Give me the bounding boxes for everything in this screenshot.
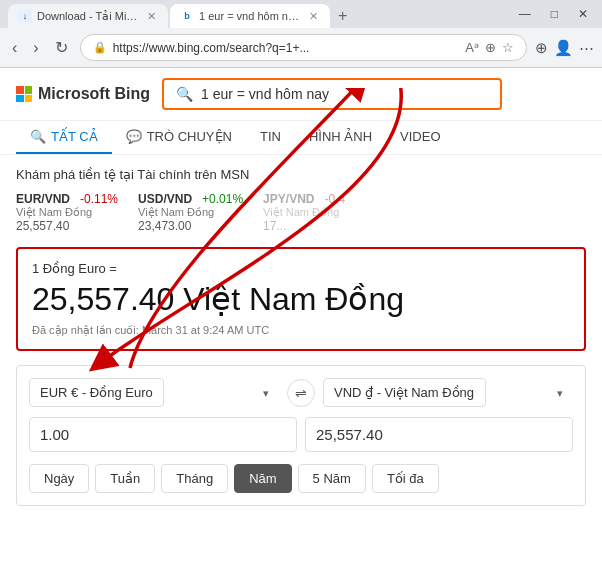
address-bar[interactable]: 🔒 https://www.bing.com/search?q=1+... Aᵃ… [80,34,527,61]
main-content: Khám phá tiền tệ tại Tài chính trên MSN … [0,155,602,518]
from-amount-input[interactable] [29,417,297,452]
tab-chat[interactable]: 💬 TRÒ CHUYỆN [112,121,246,154]
jpy-rate: 17... [263,219,345,233]
tab-all[interactable]: 🔍 TẤT CẢ [16,121,112,154]
tab-news-label: TIN [260,129,281,144]
bing-logo: Microsoft Bing [16,85,150,103]
tab-video-label: VIDEO [400,129,440,144]
tab-video[interactable]: VIDEO [386,121,454,154]
usd-rate: 23,473.00 [138,219,243,233]
from-currency-select[interactable]: EUR € - Đồng Euro [29,378,164,407]
period-month[interactable]: Tháng [161,464,228,493]
from-currency-wrapper: EUR € - Đồng Euro [29,378,279,407]
maximize-button[interactable]: □ [545,5,564,23]
result-label: 1 Đồng Euro = [32,261,570,276]
period-week[interactable]: Tuần [95,464,155,493]
translate-icon: ⊕ [485,40,496,55]
tab-chat-icon: 💬 [126,129,142,144]
tab1-close[interactable]: ✕ [145,10,158,23]
usd-change: +0.01% [202,192,243,206]
period-day[interactable]: Ngày [29,464,89,493]
tab-news[interactable]: TIN [246,121,295,154]
tab-all-label: TẤT CẢ [51,129,98,144]
ms-logo-icon [16,86,32,102]
minimize-button[interactable]: — [513,5,537,23]
browser-chrome: ↓ Download - Tải Miễn Phí VN ✕ b 1 eur =… [0,0,602,68]
page-content: Microsoft Bing 🔍 1 eur = vnd hôm nay 🔍 T… [0,68,602,518]
tabs-area: ↓ Download - Tải Miễn Phí VN ✕ b 1 eur =… [8,4,513,28]
to-currency-wrapper: VND ₫ - Việt Nam Đồng [323,378,573,407]
eur-change: -0.11% [80,192,118,206]
eur-rate: 25,557.40 [16,219,118,233]
converter: EUR € - Đồng Euro ⇌ VND ₫ - Việt Nam Đồn… [16,365,586,506]
jpy-change: -0.4 [324,192,345,206]
bookmark-icon[interactable]: ☆ [502,40,514,55]
msn-title: Khám phá tiền tệ tại Tài chính trên MSN [16,167,586,182]
usd-sub: Việt Nam Đồng [138,206,243,219]
swap-button[interactable]: ⇌ [287,379,315,407]
search-tabs: 🔍 TẤT CẢ 💬 TRÒ CHUYỆN TIN HÌNH ẢNH VIDEO [0,121,602,155]
period-5year[interactable]: 5 Năm [298,464,366,493]
result-value: 25,557.40 Việt Nam Đồng [32,280,570,318]
usd-pair: USD/VND [138,192,192,206]
converter-selector-row: EUR € - Đồng Euro ⇌ VND ₫ - Việt Nam Đồn… [29,378,573,407]
tab-2[interactable]: b 1 eur = vnd hôm nay - Tìm kiế... ✕ [170,4,330,28]
read-icon: Aᵃ [465,40,479,55]
lock-icon: 🔒 [93,41,107,54]
new-tab-button[interactable]: + [332,4,353,28]
currency-item-eur[interactable]: EUR/VND -0.11% Việt Nam Đồng 25,557.40 [16,192,118,233]
more-button[interactable]: ⋯ [579,39,594,57]
address-text: https://www.bing.com/search?q=1+... [113,41,460,55]
swap-icon: ⇌ [295,385,307,401]
bing-logo-text: Microsoft Bing [38,85,150,103]
currency-item-jpy[interactable]: JPY/VND -0.4 Việt Nam Đồng 17... [263,192,345,233]
tab-all-icon: 🔍 [30,129,46,144]
period-buttons: Ngày Tuần Tháng Năm 5 Năm Tối đa [29,464,573,493]
result-box: 1 Đồng Euro = 25,557.40 Việt Nam Đồng Đã… [16,247,586,351]
currency-item-usd[interactable]: USD/VND +0.01% Việt Nam Đồng 23,473.00 [138,192,243,233]
search-value: 1 eur = vnd hôm nay [201,86,329,102]
tab-images[interactable]: HÌNH ẢNH [295,121,386,154]
tab2-close[interactable]: ✕ [307,10,320,23]
tab-chat-label: TRÒ CHUYỆN [147,129,232,144]
to-amount-input[interactable] [305,417,573,452]
eur-sub: Việt Nam Đồng [16,206,118,219]
forward-button[interactable]: › [29,37,42,59]
search-icon: 🔍 [176,86,193,102]
currency-row: EUR/VND -0.11% Việt Nam Đồng 25,557.40 U… [16,192,586,233]
tab1-favicon: ↓ [18,9,32,23]
tab2-favicon: b [180,9,194,23]
tab-images-label: HÌNH ẢNH [309,129,372,144]
amount-row [29,417,573,452]
close-button[interactable]: ✕ [572,5,594,23]
nav-bar: ‹ › ↻ 🔒 https://www.bing.com/search?q=1+… [0,28,602,67]
tab1-title: Download - Tải Miễn Phí VN [37,10,140,23]
nav-extra: ⊕ 👤 ⋯ [535,39,594,57]
back-button[interactable]: ‹ [8,37,21,59]
extensions-button[interactable]: ⊕ [535,39,548,57]
address-icons: Aᵃ ⊕ ☆ [465,40,514,55]
window-controls: — □ ✕ [513,4,594,28]
tab-1[interactable]: ↓ Download - Tải Miễn Phí VN ✕ [8,4,168,28]
result-updated: Đã cập nhật lần cuối: March 31 at 9:24 A… [32,324,570,337]
refresh-button[interactable]: ↻ [51,36,72,59]
bing-header: Microsoft Bing 🔍 1 eur = vnd hôm nay [0,68,602,121]
to-currency-select[interactable]: VND ₫ - Việt Nam Đồng [323,378,486,407]
period-max[interactable]: Tối đa [372,464,439,493]
jpy-pair: JPY/VND [263,192,314,206]
eur-pair: EUR/VND [16,192,70,206]
msn-section: Khám phá tiền tệ tại Tài chính trên MSN … [16,167,586,233]
search-box[interactable]: 🔍 1 eur = vnd hôm nay [162,78,502,110]
tab-bar: ↓ Download - Tải Miễn Phí VN ✕ b 1 eur =… [0,0,602,28]
profile-button[interactable]: 👤 [554,39,573,57]
period-year[interactable]: Năm [234,464,291,493]
jpy-sub: Việt Nam Đồng [263,206,345,219]
tab2-title: 1 eur = vnd hôm nay - Tìm kiế... [199,10,302,23]
